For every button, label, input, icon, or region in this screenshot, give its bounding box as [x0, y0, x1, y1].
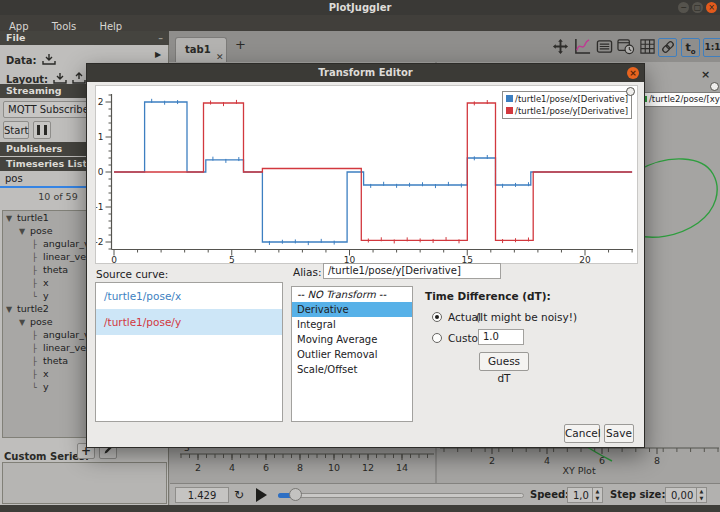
guess-dt-button[interactable]: Guess dT — [479, 352, 529, 371]
xy-plot-legend[interactable]: /turtle2/pose/[xy] — [637, 92, 720, 107]
svg-text:15: 15 — [462, 255, 473, 263]
chart-zoom-circle-icon[interactable] — [626, 87, 635, 96]
xy-plot-title: XY Plot — [549, 465, 609, 476]
svg-text:10: 10 — [328, 462, 340, 473]
legend-entry: /turtle1/pose/x[Derivative] — [506, 93, 628, 105]
minimize-button[interactable]: − — [678, 2, 689, 13]
legend-entry: /turtle1/pose/y[Derivative] — [506, 105, 628, 117]
tree-item-label: y — [43, 381, 49, 392]
expand-arrow-icon[interactable]: ▼ — [19, 225, 30, 238]
plotjuggler-window: PlotJuggler − ▢ × App Tools Help File – … — [0, 0, 720, 512]
step-size-label: Step size: — [610, 484, 665, 506]
dt-custom-input[interactable]: 1.0 — [478, 329, 524, 345]
tree-item-label: pose — [30, 225, 53, 236]
source-curve-list[interactable]: /turtle1/pose/x/turtle1/pose/y — [95, 282, 283, 422]
playback-bar: 1.429 ↻ Speed: 1,0 ▲▼ Step size: 0,00 ▲▼ — [170, 483, 720, 505]
ratio-icon[interactable]: 1:1 — [703, 38, 720, 57]
dt-actual-radio[interactable] — [432, 312, 442, 322]
step-spin-arrows-icon[interactable]: ▲▼ — [696, 487, 707, 503]
svg-text:2: 2 — [98, 97, 104, 107]
svg-text:8: 8 — [297, 462, 303, 473]
svg-text:8: 8 — [654, 455, 660, 466]
transform-item[interactable]: Scale/Offset — [292, 362, 412, 377]
xy-plot-zoom-circle-icon[interactable] — [710, 82, 719, 91]
transform-item[interactable]: Derivative — [292, 302, 412, 317]
expand-arrow-icon[interactable]: ▼ — [6, 212, 17, 225]
dialog-close-button[interactable]: × — [627, 67, 639, 79]
transform-list[interactable]: -- NO Transform --DerivativeIntegralMovi… — [291, 286, 413, 422]
tree-item-label: turtle2 — [17, 303, 49, 314]
tree-item-label: theta — [43, 264, 68, 275]
transform-item[interactable]: -- NO Transform -- — [292, 287, 412, 302]
save-button[interactable]: Save — [604, 424, 634, 443]
menu-tools[interactable]: Tools — [43, 19, 86, 35]
source-item[interactable]: /turtle1/pose/y — [96, 309, 282, 335]
dt-actual-note: (It might be noisy!) — [476, 311, 577, 323]
chart-legend[interactable]: /turtle1/pose/x[Derivative]/turtle1/pose… — [502, 91, 632, 119]
loop-icon[interactable]: ↻ — [234, 487, 244, 503]
datetime-icon[interactable] — [616, 38, 635, 57]
legend-toggle-icon[interactable] — [595, 38, 614, 57]
speed-spin-arrows-icon[interactable]: ▲▼ — [592, 487, 603, 503]
svg-text:2: 2 — [489, 455, 495, 466]
pan-zoom-icon[interactable] — [551, 38, 570, 57]
menu-help[interactable]: Help — [90, 19, 131, 35]
pause-icon — [37, 125, 40, 135]
custom-series-list[interactable] — [2, 462, 167, 504]
svg-text:14: 14 — [396, 462, 408, 473]
xy-plot-close-icon[interactable]: × — [701, 68, 710, 81]
svg-text:5: 5 — [229, 255, 235, 263]
data-label: Data: — [6, 55, 37, 66]
preview-chart[interactable]: 05101520-2-1012 /turtle1/pose/x[Derivati… — [95, 85, 638, 264]
play-button[interactable] — [256, 488, 267, 502]
transform-item[interactable]: Outlier Removal — [292, 347, 412, 362]
source-curve-label: Source curve: — [96, 268, 168, 280]
close-button[interactable]: × — [706, 2, 717, 13]
titlebar[interactable]: PlotJuggler − ▢ × — [0, 0, 720, 15]
tab-tab1[interactable]: tab1 ✕ — [175, 37, 227, 62]
pause-streaming-button[interactable] — [33, 121, 51, 139]
tree-item-label: x — [43, 277, 49, 288]
dt-custom-radio[interactable] — [432, 333, 442, 343]
current-time-display[interactable]: 1.429 — [175, 487, 229, 503]
time-slider-handle[interactable] — [289, 488, 302, 501]
data-submenu-arrow-icon[interactable]: ▶ — [155, 50, 161, 59]
load-data-icon[interactable] — [42, 53, 56, 66]
transform-editor-dialog: Transform Editor × 05101520-2-1012 /turt… — [86, 63, 645, 448]
svg-text:10: 10 — [344, 255, 356, 263]
speed-spinbox[interactable]: 1,0 — [567, 487, 593, 503]
source-item[interactable]: /turtle1/pose/x — [96, 283, 282, 309]
grid-layout-icon[interactable] — [638, 38, 657, 57]
curve-editor-icon[interactable] — [573, 38, 592, 57]
start-streaming-button[interactable]: Start — [3, 121, 29, 139]
legend-swatch — [506, 95, 513, 102]
time-slider[interactable] — [278, 493, 524, 498]
transform-item[interactable]: Moving Average — [292, 332, 412, 347]
dialog-titlebar[interactable]: Transform Editor × — [87, 64, 644, 82]
tree-item-label: turtle1 — [17, 212, 49, 223]
pause-icon — [44, 125, 47, 135]
expand-arrow-icon[interactable]: ▼ — [19, 316, 30, 329]
tree-item-label: pose — [30, 316, 53, 327]
alias-input[interactable]: /turtle1/pose/y[Derivative] — [323, 263, 501, 279]
expand-arrow-icon[interactable]: ▼ — [6, 303, 17, 316]
cancel-button[interactable]: Cancel — [564, 424, 600, 443]
transform-item[interactable]: Integral — [292, 317, 412, 332]
link-axes-icon[interactable] — [658, 38, 677, 57]
svg-text:20: 20 — [579, 255, 591, 263]
svg-text:2: 2 — [195, 462, 201, 473]
window-bottom-edge — [0, 505, 720, 512]
svg-text:6: 6 — [263, 462, 269, 473]
step-size-spinbox[interactable]: 0,00 — [665, 487, 697, 503]
menu-app[interactable]: App — [0, 19, 38, 35]
legend-swatch — [506, 107, 513, 114]
tabbar: tab1 ✕ + to 1:1 — [169, 31, 720, 62]
time-offset-icon[interactable]: to — [681, 38, 700, 57]
alias-label: Alias: — [293, 266, 321, 278]
tree-item-label: y — [43, 290, 49, 301]
new-tab-button[interactable]: + — [235, 37, 246, 52]
tree-item-label: theta — [43, 355, 68, 366]
maximize-button[interactable]: ▢ — [692, 2, 703, 13]
svg-text:4: 4 — [229, 462, 235, 473]
speed-label: Speed: — [530, 484, 569, 506]
